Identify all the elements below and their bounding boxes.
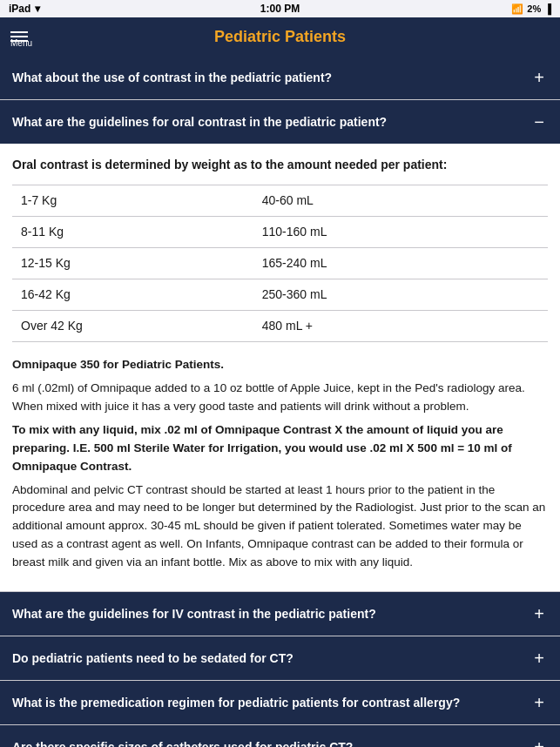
table-row: 12-15 Kg165-240 mL [12, 248, 548, 279]
accordion-icon-1: + [530, 66, 548, 89]
contrast-table: 1-7 Kg40-60 mL8-11 Kg110-160 mL12-15 Kg1… [12, 185, 548, 342]
accordion-header-6[interactable]: Are there specific sizes of catheters us… [0, 725, 560, 747]
accordion-item-2: What are the guidelines for oral contras… [0, 100, 560, 592]
accordion-icon-2: − [530, 111, 548, 133]
weight-cell: 12-15 Kg [12, 248, 253, 279]
body-content: Omnipaque 350 for Pediatric Patients. 6 … [12, 356, 548, 572]
amount-cell: 40-60 mL [253, 185, 548, 217]
accordion-question-3: What are the guidelines for IV contrast … [12, 606, 376, 622]
weight-cell: 8-11 Kg [12, 217, 253, 248]
weight-cell: Over 42 Kg [12, 311, 253, 342]
page-title: Pediatric Patients [214, 28, 346, 46]
status-time: 1:00 PM [260, 3, 300, 15]
accordion-icon-3: + [530, 602, 548, 625]
amount-cell: 110-160 mL [253, 217, 548, 248]
status-right: 📶 2% ▐ [511, 3, 551, 15]
amount-cell: 165-240 mL [253, 248, 548, 279]
menu-label: Menu [10, 38, 32, 48]
weight-cell: 16-42 Kg [12, 279, 253, 311]
table-row: 8-11 Kg110-160 mL [12, 217, 548, 248]
accordion-header-5[interactable]: What is the premedication regimen for pe… [0, 681, 560, 724]
status-left: iPad ▾ [9, 3, 40, 15]
content-area: What about the use of contrast in the pe… [0, 56, 560, 747]
accordion-header-1[interactable]: What about the use of contrast in the pe… [0, 56, 560, 99]
accordion-body-2: Oral contrast is determined by weight as… [0, 144, 560, 591]
nav-bar: Menu Pediatric Patients [0, 17, 560, 56]
accordion-header-3[interactable]: What are the guidelines for IV contrast … [0, 592, 560, 636]
accordion-item-6: Are there specific sizes of catheters us… [0, 725, 560, 747]
accordion-icon-4: + [530, 647, 548, 670]
status-bar: iPad ▾ 1:00 PM 📶 2% ▐ [0, 0, 560, 17]
battery-label: 2% [527, 3, 541, 14]
accordion-question-1: What about the use of contrast in the pe… [12, 70, 332, 85]
bluetooth-icon: 📶 [511, 3, 523, 15]
accordion-header-4[interactable]: Do pediatric patients need to be sedated… [0, 636, 560, 680]
battery-icon: ▐ [544, 3, 551, 14]
bold-middle: To mix with any liquid, mix .02 ml of Om… [12, 423, 512, 473]
ipad-label: iPad [9, 3, 30, 15]
amount-cell: 480 mL + [253, 311, 548, 342]
weight-cell: 1-7 Kg [12, 185, 253, 217]
accordion-question-6: Are there specific sizes of catheters us… [12, 739, 353, 747]
wifi-icon: ▾ [35, 3, 40, 15]
accordion-question-2: What are the guidelines for oral contras… [12, 114, 387, 130]
accordion-item-1: What about the use of contrast in the pe… [0, 56, 560, 100]
accordion-question-4: Do pediatric patients need to be sedated… [12, 650, 293, 666]
paragraph-2: Abdominal and pelvic CT contrast should … [12, 481, 548, 573]
intro-text: Oral contrast is determined by weight as… [12, 156, 548, 174]
paragraph-1: 6 ml (.02ml) of Omnipaque added to a 10 … [12, 380, 548, 416]
accordion-question-5: What is the premedication regimen for pe… [12, 695, 460, 710]
accordion-icon-6: + [530, 736, 548, 747]
accordion-icon-5: + [530, 691, 548, 714]
accordion-item-4: Do pediatric patients need to be sedated… [0, 636, 560, 681]
accordion-item-3: What are the guidelines for IV contrast … [0, 592, 560, 636]
accordion-item-5: What is the premedication regimen for pe… [0, 681, 560, 725]
table-row: 16-42 Kg250-360 mL [12, 279, 548, 311]
table-row: 1-7 Kg40-60 mL [12, 185, 548, 217]
accordion-header-2[interactable]: What are the guidelines for oral contras… [0, 100, 560, 144]
amount-cell: 250-360 mL [253, 279, 548, 311]
table-row: Over 42 Kg480 mL + [12, 311, 548, 342]
bold-title: Omnipaque 350 for Pediatric Patients. [12, 358, 224, 371]
